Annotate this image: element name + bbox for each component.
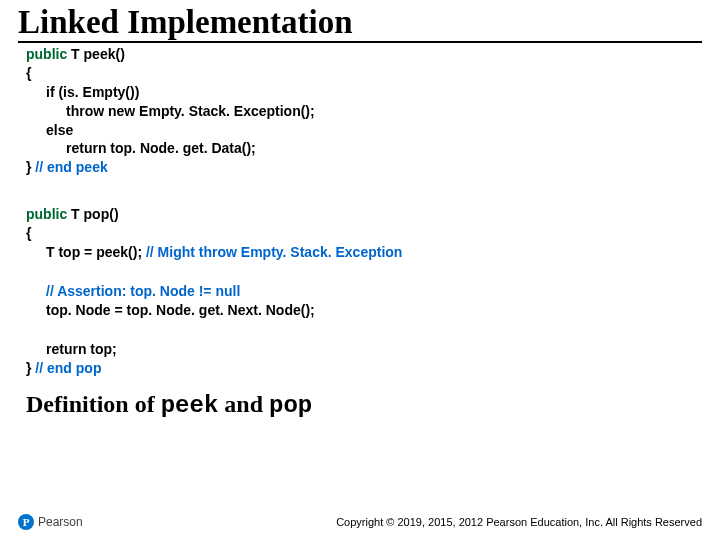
logo-icon: P [18,514,34,530]
code-line: T top = peek(); // Might throw Empty. St… [26,243,702,262]
keyword-public: public [26,206,67,222]
code-block-peek: public T peek() { if (is. Empty()) throw… [26,45,702,177]
subtitle-mono: pop [269,392,312,419]
code-line: { [26,64,702,83]
subtitle: Definition of peek and pop [26,391,702,419]
code-line: else [26,121,702,140]
code-comment: // Might throw Empty. Stack. Exception [146,244,402,260]
code-line: if (is. Empty()) [26,83,702,102]
code-line: top. Node = top. Node. get. Next. Node()… [26,301,702,320]
code-block-pop: public T pop() { T top = peek(); // Migh… [26,205,702,377]
code-line: public T peek() [26,45,702,64]
publisher-logo: P Pearson [18,514,83,530]
subtitle-text: Definition of [26,391,161,417]
subtitle-text: and [218,391,269,417]
code-line: } // end pop [26,359,702,378]
code-line: return top. Node. get. Data(); [26,139,702,158]
code-comment: // Assertion: top. Node != null [46,283,240,299]
code-line: throw new Empty. Stack. Exception(); [26,102,702,121]
code-line: } // end peek [26,158,702,177]
footer: P Pearson Copyright © 2019, 2015, 2012 P… [18,514,702,530]
code-text: T pop() [67,206,118,222]
code-text: T peek() [67,46,125,62]
subtitle-mono: peek [161,392,219,419]
code-comment: // end pop [35,360,101,376]
logo-text: Pearson [38,515,83,529]
code-line: public T pop() [26,205,702,224]
code-line: return top; [26,340,702,359]
code-line: { [26,224,702,243]
copyright-text: Copyright © 2019, 2015, 2012 Pearson Edu… [336,516,702,528]
code-line: // Assertion: top. Node != null [26,282,702,301]
code-comment: // end peek [35,159,107,175]
keyword-public: public [26,46,67,62]
page-title: Linked Implementation [18,4,702,43]
